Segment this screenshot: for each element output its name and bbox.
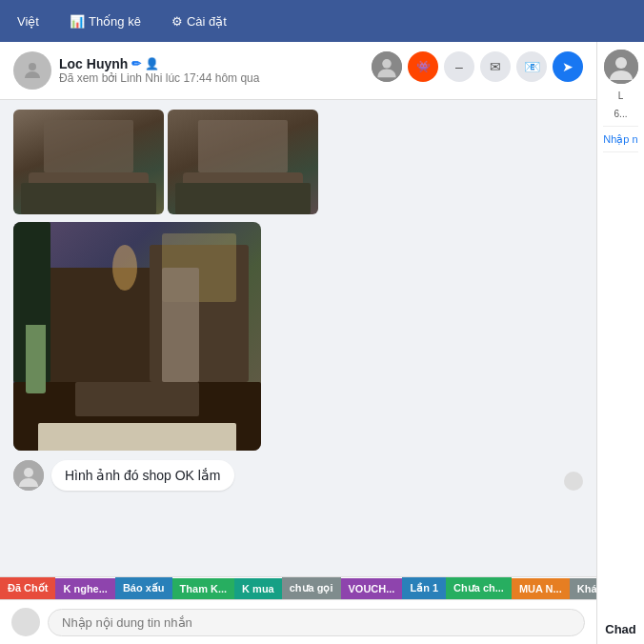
tag-item[interactable]: Chưa ch... (446, 577, 512, 599)
send-btn[interactable]: ➤ (553, 51, 583, 82)
svg-point-6 (615, 57, 627, 69)
sidebar-contact-avatar[interactable] (604, 50, 638, 84)
author-avatar (13, 51, 51, 90)
nav-thong-ke-label: Thống kê (89, 14, 141, 29)
nav-viet[interactable]: Việt (10, 9, 47, 34)
svg-point-0 (29, 63, 36, 70)
svg-point-2 (382, 59, 392, 69)
author-name-text: Loc Huynh (59, 56, 128, 71)
sidebar-contact-sub: 6... (603, 108, 638, 120)
photo-1[interactable] (13, 110, 164, 214)
main-panel: Loc Huynh ✏ 👤 Đã xem bởi Linh Nhi lúc 17… (0, 42, 596, 644)
input-avatar (11, 608, 40, 636)
sidebar-input-placeholder[interactable]: Nhập n (603, 132, 638, 146)
tag-item[interactable]: VOUCH... (341, 578, 403, 599)
content-area[interactable]: Hình ảnh đó shop OK lắm (0, 100, 596, 576)
tag-item[interactable]: K nghe... (55, 578, 114, 599)
nav-thong-ke[interactable]: 📊 Thống kê (62, 9, 149, 34)
svg-point-4 (24, 468, 33, 477)
sidebar-divider (603, 126, 638, 127)
top-navigation: Việt 📊 Thống kê ⚙ Cài đặt (0, 0, 644, 42)
tag-item[interactable]: chưa gọi (282, 577, 341, 599)
message-text: Hình ảnh đó shop OK lắm (65, 468, 221, 483)
sidebar-divider-2 (603, 151, 638, 152)
author-name-row: Loc Huynh ✏ 👤 (59, 56, 259, 71)
tag-item[interactable]: Khách B... (570, 578, 596, 599)
bar-chart-icon: 📊 (70, 14, 85, 29)
tag-item[interactable]: K mua (234, 578, 282, 599)
author-info: Loc Huynh ✏ 👤 Đã xem bởi Linh Nhi lúc 17… (59, 56, 259, 85)
message-bubble: Hình ảnh đó shop OK lắm (51, 460, 234, 491)
author-sub-text: Đã xem bởi Linh Nhi lúc 17:44 hôm qua (59, 71, 259, 85)
tags-bar: Đã ChốtK nghe...Báo xấuTham K...K muachư… (0, 576, 596, 599)
email-btn[interactable]: ✉ (480, 51, 511, 82)
tag-item[interactable]: Báo xấu (115, 577, 172, 599)
tag-item[interactable]: Đã Chốt (0, 577, 55, 599)
sidebar-contact-name: L (603, 90, 638, 102)
message-input[interactable] (48, 609, 585, 636)
message-sender-avatar (13, 460, 44, 491)
right-sidebar: L 6... Nhập n Chad (596, 42, 644, 644)
photo-large[interactable] (13, 222, 261, 451)
nav-viet-label: Việt (17, 14, 39, 29)
post-header: Loc Huynh ✏ 👤 Đã xem bởi Linh Nhi lúc 17… (0, 42, 596, 100)
post-actions: 👾 – ✉ 📧 ➤ (372, 51, 583, 82)
input-bar (0, 599, 596, 644)
message-status-icon (564, 472, 583, 491)
minus-btn[interactable]: – (444, 51, 474, 82)
reddit-icon-btn[interactable]: 👾 (408, 51, 438, 82)
message-row: Hình ảnh đó shop OK lắm (13, 460, 583, 491)
edit-pencil-icon: ✏ (131, 57, 141, 70)
photo-2[interactable] (168, 110, 318, 214)
gear-icon: ⚙ (171, 14, 183, 29)
tag-item[interactable]: Lần 1 (402, 577, 446, 599)
chad-label: Chad (603, 618, 638, 636)
action-avatar[interactable] (372, 51, 402, 82)
photo-grid-top (13, 110, 318, 214)
nav-cai-dat[interactable]: ⚙ Cài đặt (164, 9, 234, 34)
post-author: Loc Huynh ✏ 👤 Đã xem bởi Linh Nhi lúc 17… (13, 51, 259, 90)
main-layout: Loc Huynh ✏ 👤 Đã xem bởi Linh Nhi lúc 17… (0, 42, 644, 644)
mail-send-btn[interactable]: 📧 (516, 51, 547, 82)
tag-item[interactable]: MUA N... (512, 578, 570, 599)
verified-icon: 👤 (145, 57, 159, 70)
tag-item[interactable]: Tham K... (172, 578, 235, 599)
nav-cai-dat-label: Cài đặt (187, 14, 227, 29)
